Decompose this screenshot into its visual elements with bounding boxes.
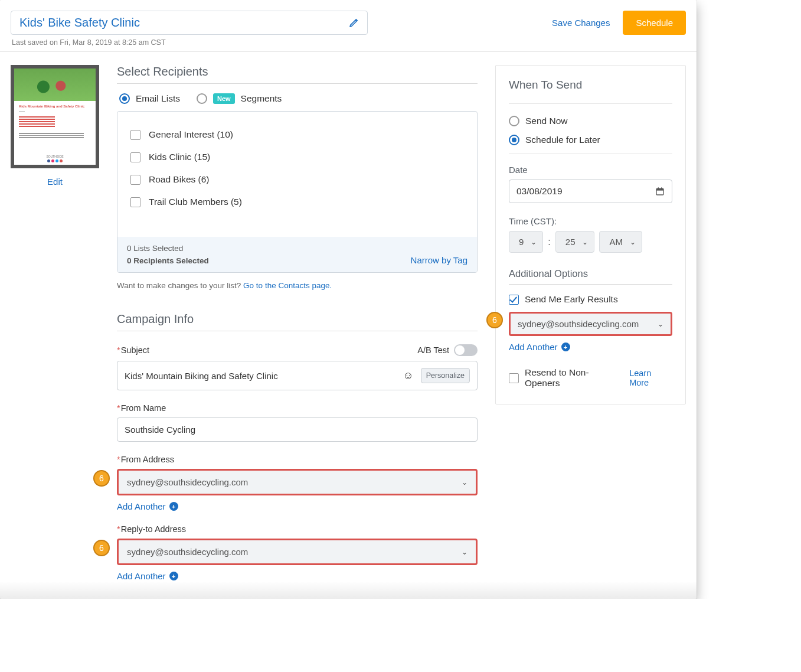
personalize-button[interactable]: Personalize bbox=[421, 368, 470, 383]
emoji-icon[interactable]: ☺ bbox=[403, 370, 413, 382]
radio-icon bbox=[119, 93, 130, 104]
svg-rect-3 bbox=[661, 187, 662, 189]
add-another-early-email[interactable]: Add Another+ bbox=[509, 342, 672, 352]
minute-select[interactable]: 25⌄ bbox=[555, 231, 595, 253]
calendar-icon[interactable] bbox=[655, 187, 665, 196]
date-label: Date bbox=[509, 165, 672, 175]
plus-circle-icon: + bbox=[169, 502, 178, 511]
when-to-send-panel: When To Send Send Now Schedule for Later… bbox=[495, 65, 686, 404]
chevron-down-icon: ⌄ bbox=[462, 478, 467, 487]
add-another-reply[interactable]: Add Another+ bbox=[117, 571, 478, 581]
abtest-toggle[interactable] bbox=[454, 344, 478, 356]
contacts-page-link[interactable]: Go to the Contacts page. bbox=[243, 281, 332, 290]
chevron-down-icon: ⌄ bbox=[630, 238, 636, 246]
tab-label: Email Lists bbox=[136, 93, 180, 104]
when-to-send-heading: When To Send bbox=[509, 79, 672, 92]
checkbox-icon[interactable] bbox=[130, 197, 140, 207]
from-address-select[interactable]: sydney@southsidecycling.com ⌄ bbox=[117, 469, 478, 495]
radio-icon bbox=[197, 93, 207, 104]
reply-to-label: Reply-to Address bbox=[117, 524, 186, 534]
checkbox-icon[interactable] bbox=[130, 152, 140, 162]
chevron-down-icon: ⌄ bbox=[582, 238, 588, 246]
edit-thumbnail-link[interactable]: Edit bbox=[11, 177, 99, 187]
add-another-from[interactable]: Add Another+ bbox=[117, 501, 478, 511]
step-badge: 6 bbox=[486, 312, 503, 328]
campaign-title-text: Kids' Bike Safety Clinic bbox=[19, 16, 140, 30]
additional-options-heading: Additional Options bbox=[509, 268, 672, 285]
recipients-selected-count: 0 Recipients Selected bbox=[127, 256, 209, 265]
email-thumbnail[interactable]: Kids Mountain Biking and Safety Clinic —… bbox=[11, 65, 99, 168]
list-item[interactable]: General Interest (10) bbox=[130, 123, 464, 146]
subject-label: Subject bbox=[117, 345, 149, 355]
from-address-label: From Address bbox=[117, 455, 174, 464]
checkbox-icon[interactable] bbox=[130, 175, 140, 185]
schedule-later-option[interactable]: Schedule for Later bbox=[509, 135, 672, 145]
radio-icon bbox=[509, 135, 519, 145]
time-label: Time (CST): bbox=[509, 216, 672, 226]
checkbox-icon[interactable] bbox=[130, 130, 140, 140]
chevron-down-icon: ⌄ bbox=[531, 238, 537, 246]
last-saved-text: Last saved on Fri, Mar 8, 2019 at 8:25 a… bbox=[12, 38, 368, 47]
contacts-hint: Want to make changes to your list? Go to… bbox=[117, 281, 478, 290]
list-item[interactable]: Trail Club Members (5) bbox=[130, 191, 464, 213]
tab-segments[interactable]: New Segments bbox=[197, 93, 282, 104]
from-name-input[interactable]: Southside Cycling bbox=[117, 417, 478, 442]
email-lists-box: General Interest (10) Kids Clinic (15) R… bbox=[117, 111, 478, 273]
plus-circle-icon: + bbox=[169, 572, 178, 580]
save-changes-link[interactable]: Save Changes bbox=[552, 18, 610, 28]
hour-select[interactable]: 9⌄ bbox=[509, 231, 543, 253]
top-bar: Kids' Bike Safety Clinic Last saved on F… bbox=[0, 0, 697, 52]
date-input[interactable]: 03/08/2019 bbox=[509, 180, 672, 203]
new-badge: New bbox=[213, 93, 235, 104]
from-name-label: From Name bbox=[117, 403, 166, 413]
tab-email-lists[interactable]: Email Lists bbox=[119, 93, 180, 104]
early-results-checkbox[interactable]: Send Me Early Results bbox=[509, 294, 672, 305]
tab-label: Segments bbox=[241, 93, 282, 104]
learn-more-link[interactable]: Learn More bbox=[629, 368, 672, 387]
plus-circle-icon: + bbox=[561, 342, 570, 351]
lists-selected-count: 0 Lists Selected bbox=[127, 244, 209, 253]
svg-rect-1 bbox=[656, 188, 663, 190]
list-item[interactable]: Road Bikes (6) bbox=[130, 168, 464, 191]
abtest-label: A/B Test bbox=[417, 345, 449, 355]
campaign-info-heading: Campaign Info bbox=[117, 312, 478, 331]
resend-nonopeners-checkbox[interactable]: Resend to Non-Openers Learn More bbox=[509, 367, 672, 389]
early-results-email-select[interactable]: sydney@southsidecycling.com ⌄ bbox=[509, 312, 672, 336]
chevron-down-icon: ⌄ bbox=[462, 548, 467, 556]
campaign-title-input[interactable]: Kids' Bike Safety Clinic bbox=[11, 11, 368, 35]
step-badge: 6 bbox=[93, 540, 110, 556]
ampm-select[interactable]: AM⌄ bbox=[599, 231, 642, 253]
list-item[interactable]: Kids Clinic (15) bbox=[130, 146, 464, 168]
svg-rect-2 bbox=[658, 187, 659, 189]
reply-to-select[interactable]: sydney@southsidecycling.com ⌄ bbox=[117, 539, 478, 565]
narrow-by-tag-link[interactable]: Narrow by Tag bbox=[411, 255, 467, 265]
subject-input[interactable]: Kids' Mountain Biking and Safety Clinic … bbox=[117, 361, 478, 390]
checkbox-icon[interactable] bbox=[509, 373, 519, 383]
checkbox-icon[interactable] bbox=[509, 295, 519, 305]
radio-icon bbox=[509, 116, 519, 126]
send-now-option[interactable]: Send Now bbox=[509, 116, 672, 126]
thumb-headline: Kids Mountain Biking and Safety Clinic bbox=[14, 101, 96, 109]
schedule-button[interactable]: Schedule bbox=[623, 11, 686, 35]
pencil-icon[interactable] bbox=[349, 18, 359, 28]
chevron-down-icon: ⌄ bbox=[658, 320, 663, 328]
recipients-heading: Select Recipients bbox=[117, 65, 478, 84]
step-badge: 6 bbox=[93, 470, 110, 487]
